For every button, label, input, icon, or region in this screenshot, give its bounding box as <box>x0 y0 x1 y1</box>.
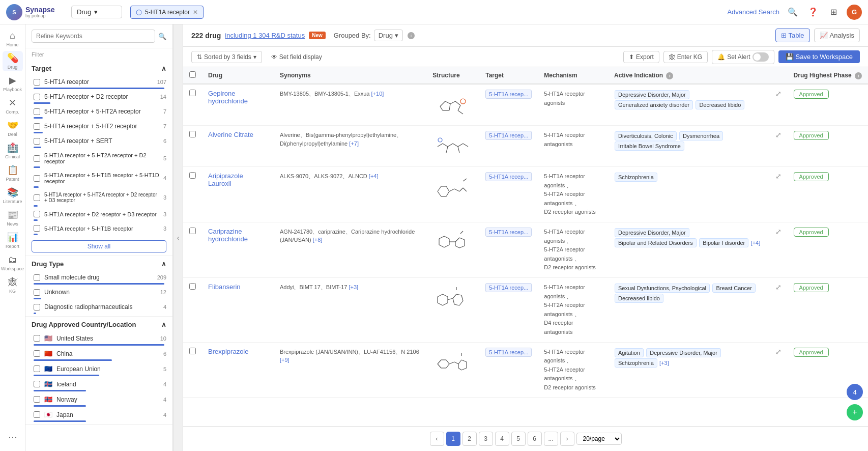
show-all-target-btn[interactable]: Show all <box>32 240 166 252</box>
filter-checkbox-5ht1a-5ht2[interactable] <box>34 123 40 130</box>
page-5-btn[interactable]: 5 <box>511 432 526 446</box>
synonym-more-aripiprazole[interactable]: [+4] <box>369 173 379 179</box>
collapse-panel-btn[interactable]: ‹ <box>173 24 183 451</box>
filter-checkbox-unknown[interactable] <box>34 289 40 296</box>
drug-link-aripiprazole[interactable]: Aripiprazole Lauroxil <box>208 172 243 187</box>
filter-item-5ht1a-2a-d2-d3[interactable]: 5-HT1A receptor + 5-HT2A receptor + D2 r… <box>25 190 172 205</box>
filter-item-china[interactable]: 🇨🇳 China 6 <box>25 348 172 359</box>
filter-checkbox-5ht1a-2a-d2-d3[interactable] <box>34 194 40 201</box>
filter-item-5ht1a-d2[interactable]: 5-HT1A receptor + D2 receptor 14 <box>25 91 172 102</box>
filter-checkbox-5ht1a-1b[interactable] <box>34 225 40 232</box>
filter-item-5ht1a-5ht2a[interactable]: 5-HT1A receptor + 5-HT2A receptor 7 <box>25 106 172 117</box>
phase-info-icon[interactable]: i <box>855 72 862 79</box>
sidebar-item-more[interactable]: ⋯ <box>3 427 23 447</box>
filter-checkbox-5ht1a-sert[interactable] <box>34 138 40 145</box>
float-action-btn[interactable]: + <box>847 404 863 420</box>
export-btn[interactable]: ⬆ Export <box>623 51 659 63</box>
drug-link-brexpiprazole[interactable]: Brexpiprazole <box>208 348 249 355</box>
logo[interactable]: S Synapse by potnap <box>6 4 67 20</box>
drug-type-collapse-icon[interactable]: ∧ <box>161 260 166 268</box>
country-section-header[interactable]: Drug Approved Country/Location ∧ <box>25 317 172 332</box>
grid-icon-btn[interactable]: ⊞ <box>826 5 841 19</box>
filter-checkbox-5ht1a[interactable] <box>34 79 40 86</box>
filter-item-5ht1a-1b-1d[interactable]: 5-HT1A receptor + 5-HT1B receptor + 5-HT… <box>25 170 172 186</box>
receptor-tab[interactable]: ⬡ 5-HT1A receptor ✕ <box>130 6 204 19</box>
expand-icon-2[interactable]: ⤢ <box>775 131 782 139</box>
expand-icon-1[interactable]: ⤢ <box>775 90 782 98</box>
filter-checkbox-iceland[interactable] <box>34 381 40 387</box>
filter-checkbox-norway[interactable] <box>34 396 40 403</box>
filter-checkbox-us[interactable] <box>34 335 40 342</box>
drug-type-section-header[interactable]: Drug Type ∧ <box>25 256 172 272</box>
page-2-btn[interactable]: 2 <box>462 432 477 446</box>
page-4-btn[interactable]: 4 <box>495 432 509 446</box>
rd-status-link[interactable]: including 1 304 R&D status <box>225 32 305 39</box>
filter-checkbox-eu[interactable] <box>34 365 40 372</box>
help-icon-btn[interactable]: ❓ <box>806 5 820 19</box>
filter-checkbox-5ht1a-d2[interactable] <box>34 94 40 100</box>
drug-link-alverine[interactable]: Alverine Citrate <box>208 131 253 138</box>
sidebar-item-clinical[interactable]: 🏥 Clinical <box>3 140 23 161</box>
row-select-4[interactable] <box>189 228 196 234</box>
sidebar-item-home[interactable]: ⌂ Home <box>3 29 23 49</box>
filter-item-eu[interactable]: 🇪🇺 European Union 5 <box>25 363 172 375</box>
filter-item-5ht1a-1b[interactable]: 5-HT1A receptor + 5-HT1B receptor 3 <box>25 223 172 234</box>
drug-link-gepirone[interactable]: Gepirone hydrochloride <box>208 90 248 105</box>
sidebar-item-deal[interactable]: 🤝 Deal <box>3 118 23 138</box>
drug-link-flibanserin[interactable]: Flibanserin <box>208 283 241 291</box>
table-view-btn[interactable]: ⊞ Table <box>775 29 810 42</box>
filter-item-norway[interactable]: 🇳🇴 Norway 4 <box>25 393 172 405</box>
filter-checkbox-5ht1a-5ht2a-d2[interactable] <box>34 155 40 162</box>
synonym-more-gepirone[interactable]: [+10] <box>371 91 384 97</box>
user-avatar[interactable]: G <box>847 5 862 20</box>
tab-close-icon[interactable]: ✕ <box>193 9 198 16</box>
filter-item-5ht1a-d2-d3[interactable]: 5-HT1A receptor + D2 receptor + D3 recep… <box>25 209 172 219</box>
analysis-view-btn[interactable]: 📈 Analysis <box>814 29 860 42</box>
filter-search-icon[interactable]: 🔍 <box>158 33 166 40</box>
expand-icon-3[interactable]: ⤢ <box>775 172 782 180</box>
indication-more-4[interactable]: [+4] <box>751 240 761 246</box>
grouped-info-icon[interactable]: i <box>408 32 415 39</box>
filter-checkbox-small-molecule[interactable] <box>34 274 40 281</box>
synonym-more-cariprazine[interactable]: [+8] <box>313 237 323 243</box>
advanced-search-link[interactable]: Advanced Search <box>727 8 779 16</box>
filter-item-5ht1a-5ht2[interactable]: 5-HT1A receptor + 5-HT2 receptor 7 <box>25 121 172 132</box>
select-all-checkbox[interactable] <box>189 71 196 78</box>
filter-item-japan[interactable]: 🇯🇵 Japan 4 <box>25 409 172 420</box>
save-workspace-btn[interactable]: 💾 Save to Workspace <box>778 50 860 63</box>
alert-toggle[interactable] <box>753 52 769 62</box>
per-page-select[interactable]: 20/page 50/page 100/page <box>576 433 622 445</box>
indication-info-icon[interactable]: i <box>666 72 673 79</box>
sidebar-item-playbook[interactable]: ▶ Playbook <box>3 73 23 94</box>
filter-item-small-molecule[interactable]: Small molecule drug 209 <box>25 272 172 283</box>
filter-item-unknown[interactable]: Unknown 12 <box>25 287 172 298</box>
sidebar-item-comp[interactable]: ✕ Comp. <box>3 96 23 116</box>
drug-link-cariprazine[interactable]: Cariprazine hydrochloride <box>208 228 248 243</box>
sidebar-item-drug[interactable]: 💊 Drug <box>3 51 23 71</box>
group-dropdown[interactable]: Drug ▾ <box>374 30 403 41</box>
enter-kg-btn[interactable]: 🕸 Enter KG <box>663 51 708 63</box>
sidebar-item-literature[interactable]: 📚 Literature <box>3 185 23 206</box>
expand-icon-4[interactable]: ⤢ <box>775 228 782 236</box>
set-alert-btn[interactable]: 🔔 Set Alert <box>712 50 774 64</box>
filter-item-iceland[interactable]: 🇮🇸 Iceland 4 <box>25 378 172 390</box>
float-counter-btn[interactable]: 4 <box>847 384 863 400</box>
filter-checkbox-5ht1a-5ht2a[interactable] <box>34 108 40 115</box>
row-select-6[interactable] <box>189 348 196 354</box>
row-select-5[interactable] <box>189 283 196 290</box>
filter-checkbox-japan[interactable] <box>34 411 40 418</box>
filter-item-us[interactable]: 🇺🇸 United States 10 <box>25 332 172 344</box>
next-page-btn[interactable]: › <box>560 432 574 446</box>
sort-btn[interactable]: ⇅ Sorted by 3 fields ▾ <box>191 51 262 63</box>
set-field-btn[interactable]: 👁 Set field display <box>266 51 327 63</box>
filter-checkbox-5ht1a-1b-1d[interactable] <box>34 175 40 182</box>
expand-icon-6[interactable]: ⤢ <box>775 348 782 356</box>
sidebar-item-workspace[interactable]: 🗂 Workspace <box>3 252 23 273</box>
page-1-btn[interactable]: 1 <box>446 432 460 446</box>
sidebar-item-report[interactable]: 📊 Report <box>3 230 23 250</box>
row-select-3[interactable] <box>189 172 196 179</box>
drug-selector[interactable]: Drug ▾ <box>71 6 122 18</box>
filter-item-diagnostic[interactable]: Diagnostic radiopharmaceuticals 4 <box>25 301 172 313</box>
search-icon-btn[interactable]: 🔍 <box>786 5 800 19</box>
filter-search-input[interactable] <box>32 30 155 43</box>
